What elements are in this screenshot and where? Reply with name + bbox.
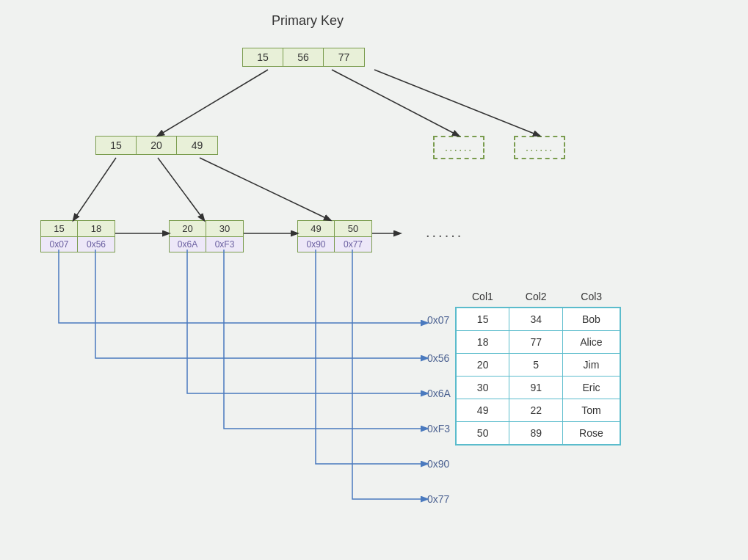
level1-left-node: 15 20 49 [95,136,218,155]
root-cell-1: 56 [283,48,324,66]
table-row: 3091Eric [456,377,620,399]
ptr-label-4: 0x90 [427,458,449,470]
table-cell-1-1: 77 [509,331,563,354]
root-node: 15 56 77 [242,48,365,67]
table-cell-1-2: Alice [563,331,620,354]
dashed-node-1: ...... [433,136,484,159]
leaf2-key-0: 20 [170,221,206,236]
col-header-2: Col3 [563,286,620,308]
svg-line-5 [200,158,330,220]
table-row: 5089Rose [456,422,620,446]
table-cell-5-2: Rose [563,422,620,446]
table-cell-3-0: 30 [456,377,509,399]
l1-cell-2: 49 [177,137,217,154]
leaf1-ptr-0: 0x07 [41,237,78,252]
leaf2-key-1: 30 [206,221,243,236]
col-header-0: Col1 [456,286,509,308]
leaf3-ptr-1: 0x77 [335,237,371,252]
table-cell-5-0: 50 [456,422,509,446]
table-cell-2-0: 20 [456,354,509,377]
ptr-label-2: 0x6A [427,388,451,399]
ptr-label-0: 0x07 [427,314,449,326]
dots-middle: ...... [426,224,463,241]
ptr-label-3: 0xF3 [427,423,450,434]
leaf3-key-1: 50 [335,221,371,236]
table-cell-4-2: Tom [563,399,620,422]
table-cell-4-0: 49 [456,399,509,422]
l1-cell-1: 20 [137,137,177,154]
table-row: 4922Tom [456,399,620,422]
table-cell-2-1: 5 [509,354,563,377]
svg-line-0 [158,70,268,136]
table-cell-3-1: 91 [509,377,563,399]
leaf3-ptr-0: 0x90 [298,237,335,252]
table-row: 1877Alice [456,331,620,354]
ptr-label-5: 0x77 [427,493,449,505]
root-cell-0: 15 [243,48,283,66]
table-cell-0-2: Bob [563,308,620,331]
table-cell-2-2: Jim [563,354,620,377]
table-cell-0-1: 34 [509,308,563,331]
table-row: 1534Bob [456,308,620,331]
l1-cell-0: 15 [96,137,137,154]
leaf2-ptr-1: 0xF3 [206,237,243,252]
dashed-node-2: ...... [514,136,565,159]
svg-line-3 [73,158,116,220]
leaf3-key-0: 49 [298,221,335,236]
ptr-label-1: 0x56 [427,352,449,364]
leaf1-ptr-1: 0x56 [78,237,115,252]
leaf1-key-1: 18 [78,221,115,236]
table-cell-4-1: 22 [509,399,563,422]
table-cell-1-0: 18 [456,331,509,354]
table-row: 205Jim [456,354,620,377]
table-cell-3-2: Eric [563,377,620,399]
root-cell-2: 77 [324,48,364,66]
svg-line-2 [374,70,540,136]
svg-line-4 [158,158,204,220]
table-cell-5-1: 89 [509,422,563,446]
page-title: Primary Key [272,13,344,29]
data-table: Col1 Col2 Col3 1534Bob1877Alice205Jim309… [455,286,621,446]
col-header-1: Col2 [509,286,563,308]
leaf2-ptr-0: 0x6A [170,237,206,252]
svg-line-1 [332,70,459,136]
leaf1-key-0: 15 [41,221,78,236]
leaf-node-3: 49 50 0x90 0x77 [297,220,372,252]
leaf-node-2: 20 30 0x6A 0xF3 [169,220,244,252]
leaf-node-1: 15 18 0x07 0x56 [40,220,115,252]
table-cell-0-0: 15 [456,308,509,331]
